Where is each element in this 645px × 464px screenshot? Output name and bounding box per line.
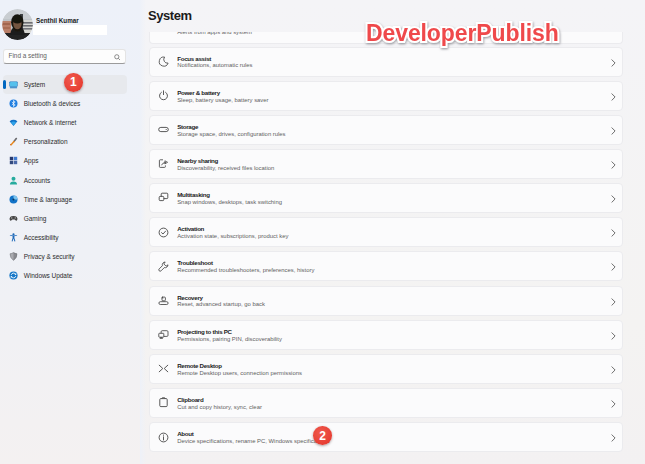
svg-text:DeveloperPublish: DeveloperPublish	[366, 19, 559, 45]
